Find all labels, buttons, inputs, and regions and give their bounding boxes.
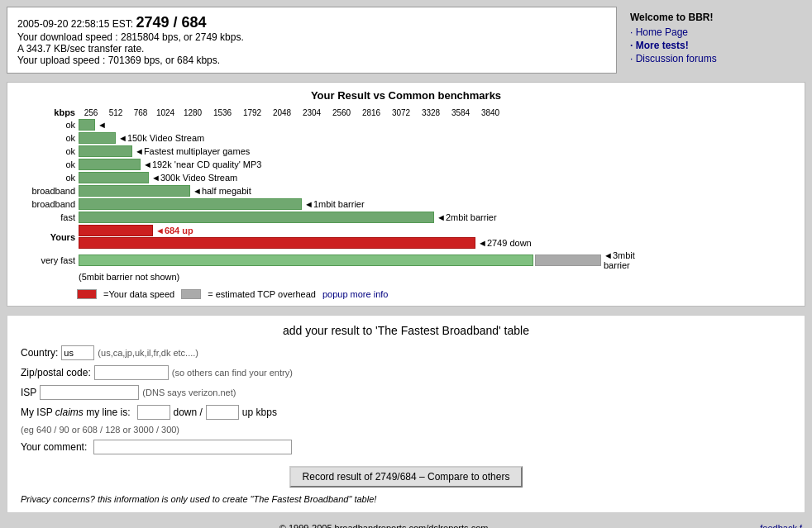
table-row: broadband ◄half megabit xyxy=(11,184,801,197)
bar-text: ◄1mbit barrier xyxy=(304,199,365,209)
row-label: ok xyxy=(11,131,77,145)
table-row: ok ◄150k Video Stream xyxy=(11,131,801,145)
main-container: 2005-09-20 22:58:15 EST: 2749 / 684 Your… xyxy=(0,0,812,528)
row-label: very fast xyxy=(11,250,77,271)
yours-down-text: ◄2749 down xyxy=(478,238,532,248)
copyright: © 1999-2005 broadbandreports.com/dslrepo… xyxy=(279,523,491,528)
comment-row: Your comment: xyxy=(21,440,791,454)
table-row: ok ◄300k Video Stream xyxy=(11,171,801,184)
scale-num: 2048 xyxy=(267,108,297,117)
scale-num: 2560 xyxy=(327,108,356,117)
claims-label: My ISP claims my line is: xyxy=(21,407,131,418)
bar-text: ◄half megabit xyxy=(193,186,251,196)
feedback-link[interactable]: feedback f xyxy=(760,523,802,528)
yours-row: Yours ◄684 up ◄2749 down xyxy=(11,224,801,250)
claims-up-input[interactable] xyxy=(206,405,239,420)
scale-num: 3072 xyxy=(386,108,416,117)
row-label: ok xyxy=(11,145,77,158)
isp-hint: (DNS says verizon.net) xyxy=(142,388,236,397)
isp-input[interactable] xyxy=(40,385,139,400)
chart-legend: =Your data speed = estimated TCP overhea… xyxy=(77,289,801,299)
row-label: broadband xyxy=(11,184,77,197)
legend-red-box xyxy=(77,289,97,299)
scale-num: 3840 xyxy=(475,108,505,117)
home-page-link[interactable]: · Home Page xyxy=(630,26,799,38)
claims-eg-row: (eg 640 / 90 or 608 / 128 or 3000 / 300) xyxy=(21,425,791,435)
bar-text: ◄300k Video Stream xyxy=(151,173,237,183)
top-section: 2005-09-20 22:58:15 EST: 2749 / 684 Your… xyxy=(7,7,805,74)
privacy-note: Privacy concerns? this information is on… xyxy=(21,494,791,504)
bar-text: ◄192k 'near CD quality' MP3 xyxy=(143,159,261,169)
scale-num: 1280 xyxy=(178,108,208,117)
bar-cell: ◄192k 'near CD quality' MP3 xyxy=(77,158,801,171)
result-header: 2005-09-20 22:58:15 EST: 2749 / 684 xyxy=(17,14,606,31)
country-hint: (us,ca,jp,uk,il,fr,dk etc....) xyxy=(98,348,198,358)
row-label: ok xyxy=(11,118,77,131)
note-label-empty xyxy=(11,271,77,283)
table-row: ok ◄ xyxy=(11,118,801,131)
row-label: ok xyxy=(11,171,77,184)
claims-up-label: up kbps xyxy=(242,407,277,418)
feedback-anchor[interactable]: feedback f xyxy=(760,523,802,528)
row-label: ok xyxy=(11,158,77,171)
country-label: Country: xyxy=(21,347,58,359)
legend-red-text: =Your data speed xyxy=(103,289,174,299)
bar-cell: ◄2mbit barrier xyxy=(77,211,801,224)
upload-line: Your upload speed : 701369 bps, or 684 k… xyxy=(17,55,606,66)
claims-down-label: down / xyxy=(174,407,203,418)
scale-num: 1536 xyxy=(208,108,237,117)
welcome-title: Welcome to BBR! xyxy=(630,12,799,23)
result-box: 2005-09-20 22:58:15 EST: 2749 / 684 Your… xyxy=(7,7,617,74)
claims-row: My ISP claims my line is: down / up kbps xyxy=(21,405,791,420)
discussion-forums-link[interactable]: · Discussion forums xyxy=(630,53,799,64)
chart-title: Your Result vs Common benchmarks xyxy=(11,89,801,102)
zip-hint: (so others can find your entry) xyxy=(172,368,293,378)
transfer-rate: A 343.7 KB/sec transfer rate. xyxy=(17,43,606,55)
bar-cell: ◄150k Video Stream xyxy=(77,131,801,145)
bar-cell: ◄1mbit barrier xyxy=(77,197,801,211)
submit-button[interactable]: Record result of 2749/684 – Compare to o… xyxy=(289,466,523,488)
scale-num: 256 xyxy=(79,108,103,117)
zip-row: Zip/postal code: (so others can find you… xyxy=(21,365,791,380)
scale-num: 2816 xyxy=(356,108,386,117)
comment-label: Your comment: xyxy=(21,441,87,453)
scale-num: 512 xyxy=(103,108,128,117)
scale-label-empty: kbps xyxy=(11,107,77,118)
bar-cell: ◄Fastest multiplayer games xyxy=(77,145,801,158)
scale-numbers: 2565127681024128015361792204823042560281… xyxy=(77,107,801,118)
scale-num: 1024 xyxy=(153,108,178,117)
chart-section: Your Result vs Common benchmarks kbps 25… xyxy=(7,82,805,307)
chart-table: kbps 25651276810241280153617922048230425… xyxy=(11,107,801,283)
add-result-section: add your result to 'The Fastest Broadban… xyxy=(7,315,805,513)
more-tests-link[interactable]: · More tests! xyxy=(630,40,799,51)
country-row: Country: (us,ca,jp,uk,il,fr,dk etc....) xyxy=(21,345,791,360)
claims-down-input[interactable] xyxy=(137,405,170,420)
note-row: (5mbit barrier not shown) xyxy=(11,271,801,283)
bar-text: ◄ xyxy=(98,120,107,130)
zip-input[interactable] xyxy=(94,365,169,380)
claims-eg: (eg 640 / 90 or 608 / 128 or 3000 / 300) xyxy=(21,425,179,435)
welcome-box: Welcome to BBR! · Home Page · More tests… xyxy=(623,7,805,74)
scale-num: 3328 xyxy=(416,108,446,117)
comment-input[interactable] xyxy=(93,440,292,454)
bar-cell: ◄3mbitbarrier xyxy=(77,250,801,271)
scale-row: kbps 25651276810241280153617922048230425… xyxy=(11,107,801,118)
footer-line1: © 1999-2005 broadbandreports.com/dslrepo… xyxy=(10,523,802,528)
scale-num: 2304 xyxy=(297,108,327,117)
bar-text: ◄3mbitbarrier xyxy=(604,250,635,270)
add-result-title: add your result to 'The Fastest Broadban… xyxy=(21,324,791,337)
table-row: broadband ◄1mbit barrier xyxy=(11,197,801,211)
popup-more-info-link[interactable]: popup more info xyxy=(322,289,389,299)
scale-num: 768 xyxy=(128,108,153,117)
note-text: (5mbit barrier not shown) xyxy=(77,271,801,283)
table-row: very fast ◄3mbitbarrier xyxy=(11,250,801,271)
yours-label: Yours xyxy=(11,224,77,250)
table-row: ok ◄192k 'near CD quality' MP3 xyxy=(11,158,801,171)
bar-text: ◄150k Video Stream xyxy=(118,133,204,143)
result-speed: 2749 / 684 xyxy=(136,14,206,31)
isp-row: ISP (DNS says verizon.net) xyxy=(21,385,791,400)
country-input[interactable] xyxy=(61,345,94,360)
bar-cell: ◄half megabit xyxy=(77,184,801,197)
result-date: 2005-09-20 22:58:15 EST: xyxy=(17,18,133,30)
table-row: ok ◄Fastest multiplayer games xyxy=(11,145,801,158)
